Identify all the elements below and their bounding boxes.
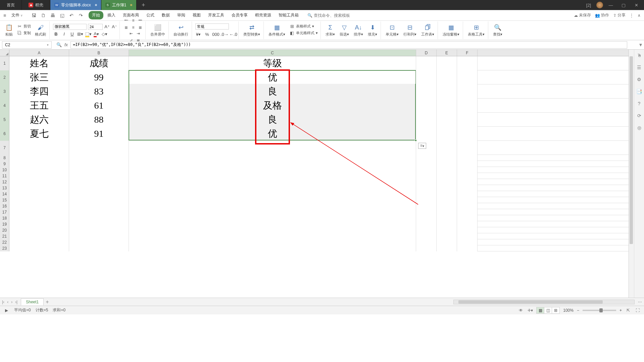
cell-B14[interactable] — [69, 191, 129, 197]
select-all-corner[interactable] — [0, 50, 9, 56]
hamburger-icon[interactable]: ≡ — [3, 13, 6, 18]
cell-F5[interactable] — [457, 113, 478, 127]
sort-button[interactable]: A↓排序▾ — [352, 23, 364, 38]
col-header-D[interactable]: D — [416, 50, 437, 56]
minimize-button[interactable]: — — [606, 0, 616, 10]
cell-C3[interactable]: 良 — [129, 84, 416, 99]
cell-A19[interactable] — [9, 221, 69, 227]
cell-C4[interactable]: 及格 — [129, 99, 416, 113]
font-color-button[interactable]: A▾ — [93, 31, 99, 37]
cell-F17[interactable] — [457, 209, 478, 215]
percent-icon[interactable]: % — [204, 31, 210, 37]
cell-A17[interactable] — [9, 209, 69, 215]
cell-B19[interactable] — [69, 221, 129, 227]
cell-D12[interactable] — [416, 179, 437, 185]
cell-E2[interactable] — [437, 70, 457, 84]
increase-decimal-icon[interactable]: .0→ — [221, 31, 228, 37]
tab-docx[interactable]: W 零分猫脚本.docx — [50, 0, 101, 10]
row-header-8[interactable]: 8 — [0, 155, 9, 161]
zoom-slider[interactable] — [583, 310, 616, 311]
cell-D13[interactable] — [416, 185, 437, 191]
phonetic-button[interactable]: ◇▾ — [101, 31, 107, 37]
cell-D18[interactable] — [416, 215, 437, 221]
sum-button[interactable]: Σ求和▾ — [324, 23, 336, 38]
cond-format-button[interactable]: ▦ 条件格式▾ — [267, 23, 287, 38]
row-header-2[interactable]: 2 — [0, 70, 9, 84]
cell-style-button[interactable]: ◧单元格样式▾ — [289, 30, 318, 36]
cell-F21[interactable] — [457, 233, 478, 239]
cell-C21[interactable] — [129, 233, 416, 239]
row-header-5[interactable]: 5 — [0, 113, 9, 127]
cell-C7[interactable] — [129, 141, 416, 155]
align-left-icon[interactable]: ≣ — [123, 24, 129, 31]
format-painter-button[interactable]: 🖌 格式刷 — [34, 23, 47, 38]
cell-D14[interactable] — [416, 191, 437, 197]
indent-decrease-icon[interactable]: ⇤ — [128, 31, 134, 37]
align-top-icon[interactable]: ⬴ — [123, 17, 129, 23]
row-header-12[interactable]: 12 — [0, 179, 9, 185]
window-indicator-icon[interactable]: [2] — [584, 0, 594, 10]
type-convert-button[interactable]: ⇄ 类型转换▾ — [242, 23, 261, 38]
cell-D11[interactable] — [416, 173, 437, 179]
cell-E4[interactable] — [437, 99, 457, 113]
cell-C5[interactable]: 良 — [129, 113, 416, 127]
cell-E8[interactable] — [437, 155, 457, 161]
cell-C11[interactable] — [129, 173, 416, 179]
cell-B12[interactable] — [69, 179, 129, 185]
cell-F9[interactable] — [457, 161, 478, 167]
col-header-A[interactable]: A — [9, 50, 69, 56]
cell-A8[interactable] — [9, 155, 69, 161]
cell-D22[interactable] — [416, 239, 437, 245]
cell-C2[interactable]: 优 — [129, 70, 416, 84]
merge-center-button[interactable]: ⬜ 合并居中 — [149, 23, 166, 38]
cell-button[interactable]: ⊡单元格▾ — [384, 23, 400, 38]
menutab-view[interactable]: 视图 — [189, 11, 204, 19]
cell-F15[interactable] — [457, 197, 478, 203]
cell-F23[interactable] — [457, 245, 478, 251]
cell-F16[interactable] — [457, 203, 478, 209]
cell-A12[interactable] — [9, 179, 69, 185]
cell-A4[interactable]: 王五 — [9, 99, 69, 113]
row-header-7[interactable]: 7 — [0, 141, 9, 155]
cell-A15[interactable] — [9, 197, 69, 203]
cell-C1[interactable]: 等级 — [129, 56, 416, 70]
cell-A9[interactable] — [9, 161, 69, 167]
row-header-20[interactable]: 20 — [0, 227, 9, 233]
cell-B15[interactable] — [69, 197, 129, 203]
more-menu[interactable]: ⋮ — [630, 13, 634, 18]
sheet-nav-first-icon[interactable]: |‹ — [2, 300, 4, 304]
expand-formula-bar-icon[interactable]: ▾ — [637, 42, 644, 48]
cell-F4[interactable] — [457, 99, 478, 113]
cell-C23[interactable] — [129, 245, 416, 251]
cell-B1[interactable]: 成绩 — [69, 56, 129, 70]
cell-E12[interactable] — [437, 179, 457, 185]
sheet-nav-prev-icon[interactable]: ‹ — [7, 300, 8, 304]
rowcol-button[interactable]: ⊟行和列▾ — [402, 23, 418, 38]
fill-button[interactable]: ⬇填充▾ — [366, 23, 379, 38]
cell-F7[interactable] — [457, 141, 478, 155]
cell-E14[interactable] — [437, 191, 457, 197]
cell-D8[interactable] — [416, 155, 437, 161]
copy-button[interactable]: ⿻复制 — [16, 30, 32, 36]
backup-icon[interactable]: ⟳ — [636, 113, 642, 119]
menutab-dev[interactable]: 开发工具 — [205, 11, 228, 19]
row-header-22[interactable]: 22 — [0, 239, 9, 245]
menutab-insert[interactable]: 插入 — [104, 11, 119, 19]
cell-E20[interactable] — [437, 227, 457, 233]
worksheet-button[interactable]: 🗍工作表▾ — [420, 23, 436, 38]
tab-workbook[interactable]: S 工作簿1 — [101, 0, 137, 10]
record-macro-icon[interactable]: ▶ — [3, 307, 9, 313]
cell-A2[interactable]: 张三 — [9, 70, 69, 84]
add-sheet-button[interactable]: + — [46, 299, 49, 305]
menutab-formula[interactable]: 公式 — [143, 11, 158, 19]
cell-F20[interactable] — [457, 227, 478, 233]
redo-icon[interactable]: ↷ — [78, 12, 84, 18]
zoom-level[interactable]: 100% — [563, 308, 574, 313]
row-header-13[interactable]: 13 — [0, 185, 9, 191]
cell-B11[interactable] — [69, 173, 129, 179]
maximize-button[interactable]: ▢ — [618, 0, 629, 10]
cell-F14[interactable] — [457, 191, 478, 197]
expand-icon[interactable]: ⇱ — [625, 307, 631, 313]
save-as-icon[interactable]: 🗋 — [40, 12, 46, 18]
cell-B6[interactable]: 91 — [69, 127, 129, 141]
